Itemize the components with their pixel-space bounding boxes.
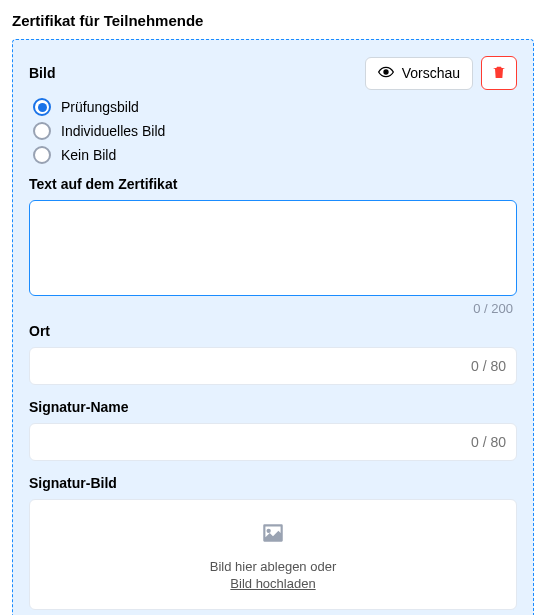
sig-name-label: Signatur-Name <box>29 399 517 415</box>
upload-link[interactable]: Bild hochladen <box>230 576 315 591</box>
radio-option-kein-bild[interactable]: Kein Bild <box>33 146 517 164</box>
svg-point-0 <box>384 70 388 74</box>
radio-input[interactable] <box>33 122 51 140</box>
radio-label: Prüfungsbild <box>61 99 139 115</box>
bild-radio-group: Prüfungsbild Individuelles Bild Kein Bil… <box>33 98 517 164</box>
ort-input[interactable] <box>29 347 517 385</box>
text-cert-textarea[interactable] <box>29 200 517 296</box>
bild-label: Bild <box>29 65 55 81</box>
image-icon <box>30 520 516 559</box>
radio-input[interactable] <box>33 146 51 164</box>
text-cert-label: Text auf dem Zertifikat <box>29 176 517 192</box>
trash-icon <box>491 64 507 83</box>
radio-label: Kein Bild <box>61 147 116 163</box>
eye-icon <box>378 64 394 83</box>
drop-text: Bild hier ablegen oder <box>30 559 516 574</box>
delete-button[interactable] <box>481 56 517 90</box>
sig-name-input[interactable] <box>29 423 517 461</box>
radio-input[interactable] <box>33 98 51 116</box>
radio-label: Individuelles Bild <box>61 123 165 139</box>
signature-dropzone[interactable]: Bild hier ablegen oder Bild hochladen <box>29 499 517 610</box>
radio-option-pruefungsbild[interactable]: Prüfungsbild <box>33 98 517 116</box>
radio-option-individuelles-bild[interactable]: Individuelles Bild <box>33 122 517 140</box>
certificate-panel: Bild Vorschau Prüfungsbild <box>12 39 534 615</box>
section-title: Zertifikat für Teilnehmende <box>12 12 534 29</box>
text-cert-counter: 0 / 200 <box>29 301 513 319</box>
ort-label: Ort <box>29 323 517 339</box>
preview-button[interactable]: Vorschau <box>365 57 473 90</box>
preview-label: Vorschau <box>402 65 460 81</box>
sig-bild-label: Signatur-Bild <box>29 475 517 491</box>
